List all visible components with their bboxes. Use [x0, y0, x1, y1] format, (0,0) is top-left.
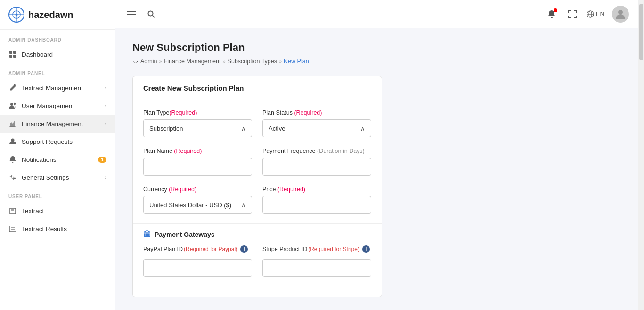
results-icon: [8, 225, 17, 233]
page-title: New Subscription Plan: [132, 42, 621, 54]
paypal-label-text: PayPal Plan ID: [143, 246, 183, 252]
chevron-right-icon: ›: [105, 121, 106, 126]
card-title: Create New Subscription Plan: [133, 76, 382, 100]
general-settings-label: General Settings: [22, 174, 100, 181]
scrollbar-track: [638, 0, 644, 310]
sidebar-item-support-requests[interactable]: Support Requests: [0, 133, 115, 151]
price-label: Price (Required): [262, 186, 371, 193]
bell-icon[interactable]: [545, 8, 558, 21]
notifications-label: Notifications: [22, 156, 93, 163]
svg-rect-7: [9, 55, 12, 58]
stripe-info-icon[interactable]: i: [362, 245, 370, 253]
sidebar-item-general-settings[interactable]: General Settings ›: [0, 168, 115, 186]
currency-select[interactable]: United States Dollar - USD ($) ∧: [143, 196, 252, 214]
avatar[interactable]: [612, 6, 629, 23]
settings-icon: [8, 173, 17, 182]
search-icon[interactable]: [145, 8, 158, 21]
svg-rect-20: [127, 17, 136, 17]
plan-status-group: Plan Status (Required) Active ∧: [262, 109, 371, 137]
sidebar-item-textract-management[interactable]: Textract Management ›: [0, 79, 115, 97]
stripe-group: Stripe Product ID (Required for Stripe) …: [262, 245, 371, 277]
plan-status-value: Active: [269, 125, 285, 132]
breadcrumb-sep2: »: [222, 59, 225, 64]
stripe-required-note: (Required for Stripe): [308, 246, 359, 252]
svg-rect-19: [127, 14, 136, 15]
gateway-title: Payment Gateways: [155, 231, 215, 238]
breadcrumb-subscription-types[interactable]: Subscription Types: [228, 58, 277, 65]
scrollbar-thumb[interactable]: [639, 4, 643, 60]
form-row-2: Plan Name (Required) Payment Frequence (…: [143, 148, 371, 176]
breadcrumb-icon: 🛡: [132, 58, 139, 65]
currency-label: Currency (Required): [143, 186, 252, 193]
sidebar-item-finance-management[interactable]: Finance Management ›: [0, 115, 115, 133]
breadcrumb-admin[interactable]: Admin: [140, 58, 157, 65]
user-management-label: User Management: [22, 102, 100, 109]
topbar: EN: [115, 0, 638, 28]
payment-frequence-input[interactable]: [262, 158, 371, 176]
support-requests-label: Support Requests: [22, 138, 106, 145]
svg-rect-11: [9, 126, 16, 127]
sidebar-item-textract-results[interactable]: Textract Results: [0, 220, 115, 238]
bell-dot: [554, 8, 557, 12]
chevron-up-icon-3: ∧: [241, 201, 246, 209]
stripe-label: Stripe Product ID (Required for Stripe) …: [262, 245, 371, 253]
logo: hazedawn: [0, 0, 115, 30]
sidebar-item-dashboard[interactable]: Dashboard: [0, 45, 115, 63]
sidebar-item-user-management[interactable]: User Management ›: [0, 97, 115, 115]
plan-name-input[interactable]: [143, 158, 252, 176]
create-plan-card: Create New Subscription Plan Plan Type(R…: [132, 76, 382, 297]
plan-type-select[interactable]: Subscription ∧: [143, 119, 252, 137]
bell-sidebar-icon: [8, 155, 17, 164]
topbar-right: EN: [545, 6, 629, 23]
edit-icon: [8, 84, 17, 92]
notifications-badge: 1: [98, 157, 106, 163]
chart-icon: [8, 119, 17, 128]
fullscreen-icon[interactable]: [566, 8, 579, 21]
form-row-3: Currency (Required) United States Dollar…: [143, 186, 371, 214]
svg-point-9: [10, 103, 13, 106]
section-label-user-panel: User Panel: [0, 186, 115, 202]
form-row-1: Plan Type(Required) Subscription ∧ Plan …: [143, 109, 371, 137]
plan-name-label: Plan Name (Required): [143, 148, 252, 154]
svg-point-21: [148, 11, 153, 16]
paypal-input[interactable]: [143, 259, 252, 277]
menu-icon[interactable]: [125, 8, 138, 21]
bank-icon: 🏛: [143, 230, 151, 239]
main-area: EN New Subscription Plan 🛡 Admin » Finan…: [115, 0, 638, 310]
sidebar: hazedawn Admin Dashboard Dashboard Admin…: [0, 0, 115, 310]
svg-point-26: [618, 10, 623, 15]
gateway-body: PayPal Plan ID (Required for Paypal) i S…: [133, 245, 382, 297]
chevron-right-icon: ›: [105, 85, 106, 91]
paypal-label: PayPal Plan ID (Required for Paypal) i: [143, 245, 252, 253]
breadcrumb-current: New Plan: [284, 58, 309, 65]
textract-icon: [8, 207, 17, 215]
plan-type-label: Plan Type(Required): [143, 109, 252, 116]
textract-management-label: Textract Management: [22, 84, 100, 92]
breadcrumb: 🛡 Admin » Finance Management » Subscript…: [132, 58, 621, 65]
stripe-label-text: Stripe Product ID: [262, 246, 307, 252]
textract-label: Textract: [22, 208, 106, 215]
language-button[interactable]: EN: [587, 10, 604, 18]
plan-type-value: Subscription: [149, 125, 183, 132]
finance-management-label: Finance Management: [22, 120, 100, 127]
breadcrumb-finance[interactable]: Finance Management: [164, 58, 221, 65]
paypal-required-note: (Required for Paypal): [184, 246, 237, 252]
sidebar-item-notifications[interactable]: Notifications 1: [0, 151, 115, 168]
chevron-right-icon: ›: [105, 175, 106, 180]
payment-frequence-group: Payment Frequence (Duration in Days): [262, 148, 371, 176]
stripe-input[interactable]: [262, 259, 371, 277]
payment-frequence-label: Payment Frequence (Duration in Days): [262, 148, 371, 154]
svg-rect-6: [13, 51, 16, 54]
dashboard-label: Dashboard: [22, 51, 106, 58]
sidebar-item-textract[interactable]: Textract: [0, 202, 115, 220]
plan-status-label: Plan Status (Required): [262, 109, 371, 116]
paypal-info-icon[interactable]: i: [240, 245, 248, 253]
plan-type-group: Plan Type(Required) Subscription ∧: [143, 109, 252, 137]
plan-status-select[interactable]: Active ∧: [262, 119, 371, 137]
chevron-right-icon: ›: [105, 103, 106, 109]
svg-point-10: [14, 103, 16, 105]
card-body: Plan Type(Required) Subscription ∧ Plan …: [133, 100, 382, 223]
gateway-section-header: 🏛 Payment Gateways: [133, 223, 382, 245]
price-input[interactable]: [262, 196, 371, 214]
svg-rect-18: [127, 11, 136, 12]
